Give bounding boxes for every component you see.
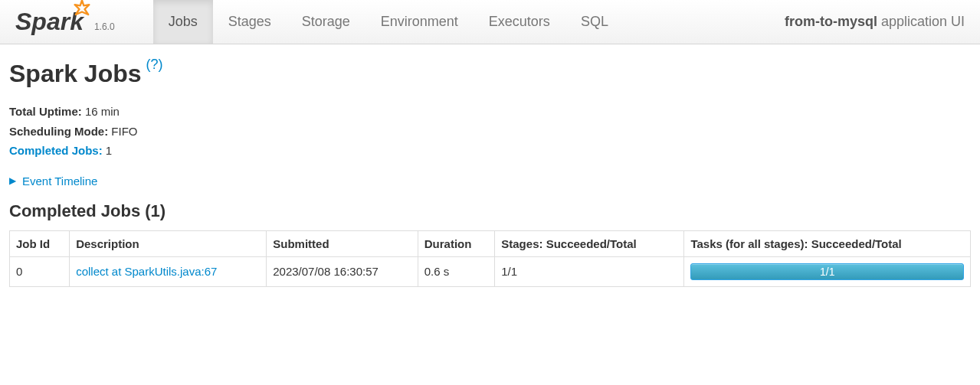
- app-title: from-to-mysql application UI: [785, 14, 965, 30]
- col-submitted[interactable]: Submitted: [267, 230, 418, 256]
- tab-sql[interactable]: SQL: [565, 0, 624, 44]
- job-description-link[interactable]: collect at SparkUtils.java:67: [76, 265, 217, 278]
- completed-jobs-heading: Completed Jobs (1): [9, 201, 971, 221]
- cell-description: collect at SparkUtils.java:67: [70, 256, 267, 286]
- table-header-row: Job Id Description Submitted Duration St…: [10, 230, 971, 256]
- tab-stages[interactable]: Stages: [213, 0, 287, 44]
- summary-list: Total Uptime: 16 min Scheduling Mode: FI…: [9, 102, 971, 161]
- tab-executors[interactable]: Executors: [474, 0, 565, 44]
- cell-tasks: 1/1: [684, 256, 971, 286]
- brand[interactable]: Spark 1.6.0: [15, 8, 115, 36]
- col-duration[interactable]: Duration: [418, 230, 495, 256]
- tasks-progress-bar: 1/1: [690, 263, 964, 280]
- nav-tabs: Jobs Stages Storage Environment Executor…: [153, 0, 624, 44]
- main-content: Spark Jobs (?) Total Uptime: 16 min Sche…: [0, 44, 980, 302]
- version-label: 1.6.0: [94, 21, 115, 32]
- tab-storage[interactable]: Storage: [287, 0, 365, 44]
- table-row: 0 collect at SparkUtils.java:67 2023/07/…: [10, 256, 971, 286]
- col-description[interactable]: Description: [70, 230, 267, 256]
- col-stages[interactable]: Stages: Succeeded/Total: [495, 230, 684, 256]
- page-title: Spark Jobs (?): [9, 60, 971, 88]
- summary-completed: Completed Jobs: 1: [9, 141, 971, 161]
- cell-job-id: 0: [10, 256, 70, 286]
- event-timeline-toggle[interactable]: ▶ Event Timeline: [9, 175, 971, 188]
- navbar: Spark 1.6.0 Jobs Stages Storage Environm…: [0, 0, 980, 44]
- caret-right-icon: ▶: [9, 175, 16, 186]
- summary-uptime: Total Uptime: 16 min: [9, 102, 971, 122]
- star-icon: [71, 0, 93, 20]
- cell-duration: 0.6 s: [418, 256, 495, 286]
- tab-jobs[interactable]: Jobs: [153, 0, 213, 44]
- completed-jobs-link[interactable]: Completed Jobs:: [9, 144, 103, 157]
- help-icon[interactable]: (?): [146, 57, 163, 73]
- col-tasks[interactable]: Tasks (for all stages): Succeeded/Total: [684, 230, 971, 256]
- tab-environment[interactable]: Environment: [365, 0, 474, 44]
- spark-logo: Spark: [15, 8, 90, 36]
- cell-stages: 1/1: [495, 256, 684, 286]
- cell-submitted: 2023/07/08 16:30:57: [267, 256, 418, 286]
- completed-jobs-table: Job Id Description Submitted Duration St…: [9, 230, 971, 287]
- summary-scheduling: Scheduling Mode: FIFO: [9, 122, 971, 142]
- col-job-id[interactable]: Job Id: [10, 230, 70, 256]
